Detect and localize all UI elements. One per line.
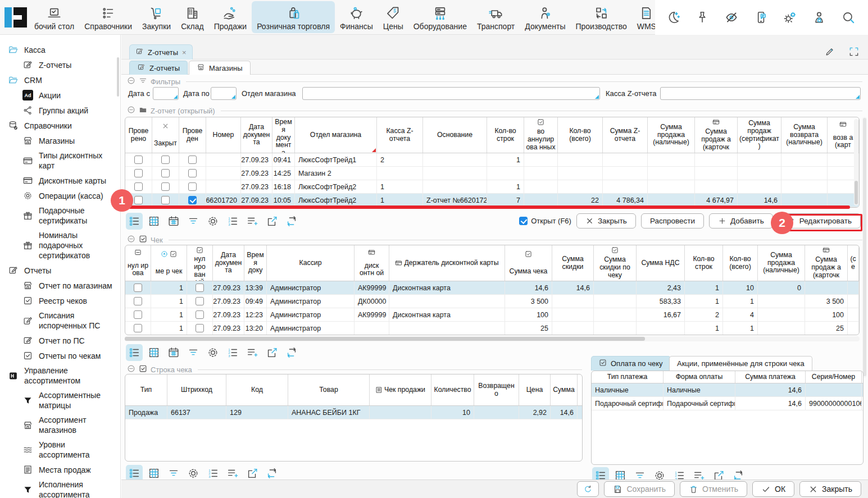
cell[interactable] — [474, 406, 519, 419]
cell[interactable]: Дисконтная карта — [389, 281, 505, 294]
cell[interactable] — [179, 167, 206, 180]
row-checkbox[interactable] — [188, 196, 197, 204]
cell[interactable]: 100 — [505, 308, 552, 321]
filterlines-toolbar-icon[interactable] — [185, 344, 202, 361]
cell[interactable]: 12:23 — [244, 308, 267, 321]
cell[interactable]: ДК00000 — [355, 295, 389, 308]
table-row[interactable]: Продажа66137129АНАНАС БЕЙБИ 1КГ102,9214,… — [125, 406, 582, 419]
cell[interactable]: 1 — [723, 322, 758, 335]
cell[interactable]: АНАНАС БЕЙБИ 1КГ — [288, 406, 370, 419]
cell[interactable]: 22 — [558, 194, 603, 207]
cell[interactable] — [781, 180, 828, 193]
addlist-toolbar-icon[interactable] — [244, 213, 261, 230]
cell[interactable] — [805, 281, 848, 294]
sidebar-item-6[interactable]: Магазины — [0, 133, 120, 148]
sidebar-item-23[interactable]: Исполнения ассортимента — [0, 477, 120, 498]
cell[interactable]: 13:39 — [244, 281, 267, 294]
column-header[interactable]: Сумма платежа — [735, 371, 806, 383]
sidebar-item-17[interactable]: Отчеты по чекам — [0, 348, 120, 363]
row-checkbox[interactable] — [196, 324, 204, 332]
cell[interactable]: 09:49 — [244, 295, 267, 308]
cell[interactable]: 66137 — [167, 406, 226, 419]
cell[interactable] — [423, 153, 487, 166]
column-header[interactable]: во аннулирова нных — [524, 117, 558, 153]
cell[interactable] — [524, 167, 558, 180]
cell[interactable]: 14,6 — [735, 383, 806, 396]
column-header[interactable]: Проверено — [125, 117, 152, 153]
sidebar-item-5[interactable]: Справочники — [0, 118, 120, 133]
cell[interactable] — [524, 194, 558, 207]
cell[interactable] — [552, 308, 594, 321]
column-header[interactable]: Дата документа — [241, 117, 272, 153]
cell[interactable]: 4 786,34 — [603, 194, 648, 207]
cell[interactable] — [848, 295, 859, 308]
column-header[interactable]: Сумма продаж (сертификат) — [738, 117, 781, 153]
cancel-button[interactable]: Отменить — [680, 481, 747, 497]
column-header[interactable]: нул ир ова — [125, 245, 151, 281]
cell[interactable]: Дисконтная карта — [389, 308, 505, 321]
close-button[interactable]: Закрыть — [799, 481, 861, 497]
sidebar-item-7[interactable]: Типы дисконтных карт — [0, 148, 120, 173]
column-header[interactable]: нул иро ван ый — [187, 245, 213, 281]
edit-mode-button[interactable] — [822, 44, 837, 59]
row-checkbox[interactable] — [134, 169, 143, 177]
table-row[interactable]: 27.09.2309:41ЛюксСофтТрейд121 — [125, 153, 859, 167]
cell[interactable] — [781, 153, 828, 166]
unpost-button[interactable]: Распровести — [641, 213, 704, 229]
cell[interactable]: Администратор — [267, 281, 355, 294]
cell[interactable] — [524, 180, 558, 193]
cell[interactable] — [125, 167, 152, 180]
store-dept-input[interactable] — [302, 87, 600, 100]
cell[interactable] — [187, 322, 213, 335]
cell[interactable]: ЛюксСофтТрейд2 — [295, 194, 377, 207]
cell[interactable] — [695, 180, 738, 193]
collapse-icon[interactable] — [127, 106, 135, 116]
list-toolbar-icon[interactable] — [126, 344, 143, 361]
cell[interactable] — [758, 322, 805, 335]
open-f6-checkbox[interactable] — [519, 217, 528, 225]
cell[interactable]: 7 — [487, 194, 524, 207]
column-header[interactable]: Кол-во строк — [487, 117, 524, 153]
column-header[interactable]: Сумма скидки — [552, 245, 594, 281]
column-header[interactable]: Сумма продажа (наличные) — [648, 117, 695, 153]
check-table-hscrollbar[interactable] — [125, 336, 860, 341]
cell[interactable] — [781, 194, 828, 207]
table-row[interactable]: 127.09.2313:39АдминистраторАК99999Дискон… — [125, 281, 859, 295]
table-row[interactable]: 27.09.2316:18ЛюксСофтТрейд211 — [125, 180, 859, 194]
save-button[interactable]: Сохранить — [604, 481, 675, 497]
cell[interactable] — [648, 167, 695, 180]
cell[interactable] — [594, 322, 637, 335]
cell[interactable] — [152, 180, 179, 193]
cell[interactable]: 1 — [685, 322, 723, 335]
row-checkbox[interactable] — [134, 310, 142, 319]
menu-item-5[interactable]: Розничная торговля — [252, 1, 335, 33]
external-toolbar-icon[interactable] — [263, 213, 280, 230]
cell[interactable] — [152, 194, 179, 207]
cell[interactable] — [758, 295, 805, 308]
row-checkbox[interactable] — [134, 297, 142, 305]
cell[interactable]: 25 — [805, 322, 848, 335]
cell[interactable]: Администратор — [267, 308, 355, 321]
cell[interactable] — [355, 322, 389, 335]
column-header[interactable]: Закрыт — [152, 117, 179, 153]
window-tab-z-reports[interactable]: Z-отчеты × — [129, 44, 193, 60]
column-header[interactable]: Время доку — [244, 245, 267, 281]
column-header[interactable]: Кол-во (всего) — [723, 245, 758, 281]
sidebar-item-1[interactable]: Z-отчеты — [0, 57, 120, 72]
cell[interactable]: 10 — [431, 406, 474, 419]
cell[interactable]: Магазин 2 — [295, 167, 377, 180]
cell[interactable] — [370, 406, 431, 419]
cell[interactable] — [806, 383, 862, 396]
cell[interactable]: 14,6 — [551, 406, 578, 419]
cell[interactable] — [848, 322, 859, 335]
sidebar-item-8[interactable]: Дисконтные карты — [0, 173, 120, 188]
cell[interactable] — [206, 167, 241, 180]
column-header[interactable]: Код — [226, 374, 288, 405]
sidebar-item-22[interactable]: Места продаж — [0, 462, 120, 477]
cell[interactable] — [603, 180, 648, 193]
cell[interactable]: 1 — [723, 295, 758, 308]
table-row[interactable]: 127.09.2312:23АдминистраторАК99999Дискон… — [125, 308, 859, 322]
table-row[interactable]: 127.09.2313:20Администратор251125 — [125, 322, 859, 335]
column-header[interactable]: Сумма скидки по чеку — [594, 245, 637, 281]
row-checkbox[interactable] — [161, 182, 170, 191]
